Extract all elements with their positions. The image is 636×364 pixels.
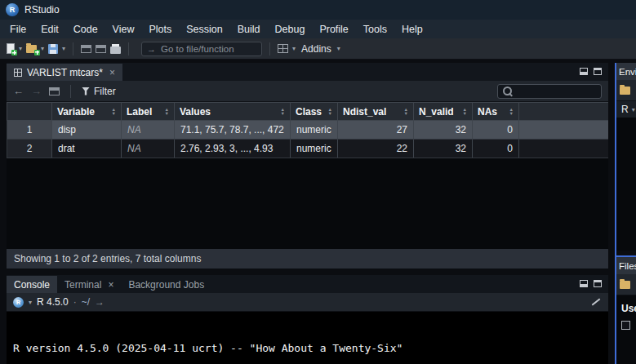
table-search-input[interactable] (497, 84, 602, 99)
filter-label: Filter (94, 86, 116, 97)
app-title: RStudio (24, 4, 60, 16)
column-label: Values (180, 106, 211, 118)
cell-label: NA (122, 140, 175, 158)
plus-badge-icon (34, 50, 40, 55)
toolbar-separator (70, 85, 71, 98)
cell-nas: 0 (473, 140, 519, 158)
table-row[interactable]: 1 disp NA 71.1, 75.7, 78.7, ..., 472 num… (7, 121, 608, 140)
files-list: Users (616, 295, 636, 330)
menu-item-plots[interactable]: Plots (141, 21, 179, 38)
tab-console[interactable]: Console (7, 276, 57, 293)
cell-variable: disp (52, 121, 122, 139)
console-output[interactable]: R version 4.5.0 (2025-04-11 ucrt) -- "Ho… (7, 312, 608, 364)
column-header-rownum[interactable] (7, 103, 52, 120)
tab-terminal[interactable]: Terminal × (57, 276, 121, 293)
new-project-icon[interactable] (26, 45, 37, 53)
column-label: NAs (478, 106, 497, 118)
cell-variable: drat (52, 140, 122, 158)
close-icon[interactable]: × (109, 67, 115, 78)
close-icon[interactable]: × (108, 279, 113, 291)
maximize-pane-icon[interactable] (594, 280, 602, 287)
tab-varlist-mtcars[interactable]: VARLIST mtcars* × (7, 64, 122, 81)
save-caret-icon[interactable]: ▾ (62, 45, 65, 52)
cell-n-valid: 32 (414, 140, 473, 158)
environment-empty-area (616, 118, 636, 251)
column-header-n-valid[interactable]: N_valid ▲▼ (414, 103, 473, 120)
sort-icon[interactable]: ▲▼ (281, 108, 285, 115)
tab-title: VARLIST mtcars* (27, 67, 103, 78)
files-breadcrumb-user[interactable]: Users (621, 303, 636, 314)
menu-item-debug[interactable]: Debug (268, 21, 313, 38)
menu-item-code[interactable]: Code (66, 21, 105, 38)
sort-icon[interactable]: ▲▼ (328, 108, 332, 115)
sort-icon[interactable]: ▲▼ (463, 108, 467, 115)
filter-button[interactable]: Filter (82, 86, 116, 97)
cell-n-valid: 32 (414, 121, 473, 139)
menu-item-session[interactable]: Session (179, 21, 229, 38)
print-icon[interactable] (110, 47, 121, 54)
minimize-pane-icon[interactable] (580, 280, 588, 287)
back-arrow-icon[interactable]: ← (13, 85, 24, 97)
workspace-panes-icon[interactable] (278, 44, 288, 53)
menu-item-help[interactable]: Help (394, 21, 430, 38)
menu-item-file[interactable]: File (2, 21, 33, 38)
column-label: Ndist_val (343, 106, 386, 118)
menu-item-profile[interactable]: Profile (312, 21, 355, 38)
table-row[interactable]: 2 drat NA 2.76, 2.93, 3, ..., 4.93 numer… (7, 140, 608, 158)
sort-icon[interactable]: ▲▼ (165, 108, 169, 115)
pane-buttons (580, 280, 602, 287)
sort-icon[interactable]: ▲▼ (509, 108, 514, 115)
maximize-pane-icon[interactable] (594, 68, 602, 75)
menu-item-view[interactable]: View (105, 21, 142, 38)
open-caret-icon[interactable]: ▾ (41, 45, 44, 52)
plus-badge-icon (11, 50, 17, 55)
viewer-status-text: Showing 1 to 2 of 2 entries, 7 total col… (14, 253, 201, 264)
load-workspace-icon[interactable] (620, 87, 630, 95)
tab-environment[interactable]: Environment (616, 63, 636, 80)
tab-label: Terminal (64, 279, 101, 291)
addins-button[interactable]: Addins (301, 43, 331, 55)
sort-icon[interactable]: ▲▼ (404, 108, 408, 115)
column-header-class[interactable]: Class ▲▼ (291, 103, 338, 120)
tab-files[interactable]: Files (616, 257, 636, 274)
new-file-caret-icon[interactable]: ▾ (19, 45, 22, 52)
environment-selector[interactable]: R ▾ (616, 101, 636, 118)
environment-toolbar (616, 80, 636, 101)
column-header-nas[interactable]: NAs ▲▼ (473, 103, 519, 120)
menu-item-edit[interactable]: Edit (33, 21, 66, 38)
panes-caret-icon[interactable]: ▾ (292, 45, 296, 52)
pane-window-icon[interactable] (96, 45, 106, 53)
environment-language-label: R (621, 104, 629, 115)
row-number: 2 (7, 140, 52, 158)
menu-item-tools[interactable]: Tools (356, 21, 394, 38)
addins-caret-icon[interactable]: ▾ (337, 45, 340, 52)
column-label: N_valid (419, 106, 454, 118)
cell-values: 71.1, 75.7, 78.7, ..., 472 (175, 121, 291, 139)
clear-console-icon[interactable] (590, 297, 602, 307)
minimize-pane-icon[interactable] (580, 68, 588, 75)
goto-file-placeholder: Go to file/function (161, 44, 234, 54)
r-version-caret-icon[interactable]: ▾ (29, 299, 32, 306)
goto-file-input[interactable]: → Go to file/function (141, 42, 262, 56)
toolbar-separator (128, 42, 129, 55)
column-header-ndist-val[interactable]: Ndist_val ▲▼ (338, 103, 414, 120)
r-version-icon[interactable]: R (13, 297, 24, 308)
new-folder-icon[interactable] (620, 281, 630, 289)
search-icon (502, 86, 513, 96)
goto-directory-icon[interactable]: → (95, 296, 105, 308)
column-header-variable[interactable]: Variable ▲▼ (52, 103, 122, 120)
forward-arrow-icon[interactable]: → (31, 85, 42, 97)
new-file-icon[interactable] (7, 43, 15, 54)
column-header-values[interactable]: Values ▲▼ (175, 103, 291, 120)
popout-window-icon[interactable] (49, 87, 60, 95)
sort-icon[interactable]: ▲▼ (112, 108, 116, 115)
column-header-label[interactable]: Label ▲▼ (122, 103, 175, 120)
tab-label: Console (14, 279, 50, 291)
tab-label: Background Jobs (128, 279, 204, 291)
pane-window-icon[interactable] (81, 45, 91, 53)
file-select-checkbox[interactable] (621, 321, 630, 330)
save-icon[interactable] (48, 44, 58, 54)
console-line: R version 4.5.0 (2025-04-11 ucrt) -- "Ho… (13, 342, 602, 355)
tab-background-jobs[interactable]: Background Jobs (121, 276, 211, 293)
menu-item-build[interactable]: Build (230, 21, 268, 38)
